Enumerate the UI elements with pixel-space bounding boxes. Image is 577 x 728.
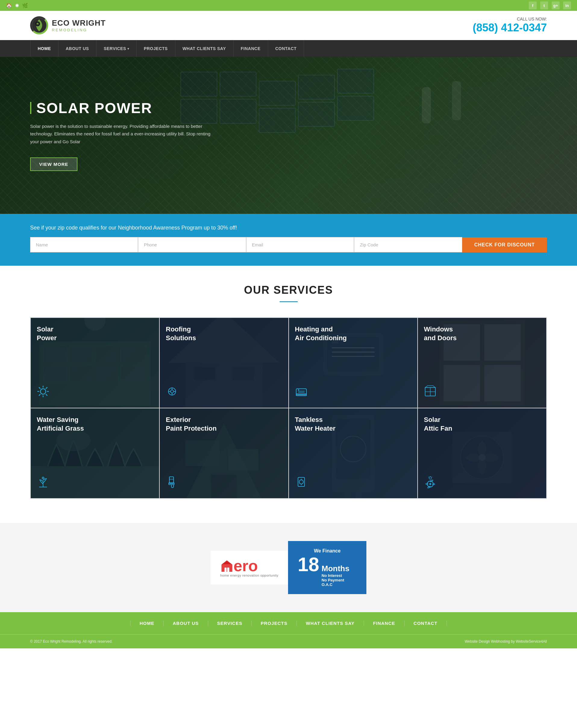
chevron-down-icon: ▾	[128, 47, 129, 50]
linkedin-icon[interactable]: in	[563, 1, 571, 9]
header-right: CALL US NOW: (858) 412-0347	[473, 17, 547, 34]
svg-point-98	[429, 483, 431, 485]
svg-rect-15	[452, 81, 461, 120]
service-name-water-heater: TanklessWater Heater	[295, 416, 411, 433]
service-card-grass[interactable]: Water SavingArtificial Grass	[30, 408, 159, 498]
email-input[interactable]	[246, 237, 354, 253]
service-name-roofing: RoofingSolutions	[166, 325, 282, 342]
attic-fan-service-icon	[424, 475, 540, 491]
services-grid: SolarPower	[30, 317, 547, 499]
svg-rect-104	[224, 568, 226, 572]
check-discount-button[interactable]: CHECK FOR DISCOUNT	[462, 237, 547, 253]
footer-nav-home[interactable]: HOME	[130, 621, 164, 626]
service-card-hvac[interactable]: Heating andAir Conditioning	[288, 317, 418, 408]
leaf-icon[interactable]: 🌿	[22, 3, 28, 8]
top-bar-right: f t g+ in	[529, 1, 571, 9]
phone-input[interactable]	[138, 237, 246, 253]
service-content-hvac: Heating andAir Conditioning	[289, 318, 417, 408]
svg-rect-8	[220, 99, 256, 123]
logo-sub: REMODELING	[52, 28, 106, 32]
hero-wordmark: ero	[233, 558, 258, 574]
svg-rect-105	[227, 568, 229, 572]
svg-rect-5	[220, 72, 256, 96]
service-card-solar[interactable]: SolarPower	[30, 317, 159, 408]
nav-item-home[interactable]: HOME	[30, 40, 58, 57]
we-finance-label: We Finance	[298, 548, 357, 554]
service-card-attic-fan[interactable]: SolarAttic Fan	[418, 408, 547, 498]
svg-point-72	[42, 477, 44, 479]
service-card-roofing[interactable]: RoofingSolutions	[159, 317, 288, 408]
footer-nav-contact[interactable]: CONTACT	[405, 621, 447, 626]
nav-item-finance[interactable]: FINANCE	[233, 40, 268, 57]
main-nav: HOME ABOUT US SERVICES ▾ PROJECTS WHAT C…	[0, 40, 577, 57]
water-heater-service-icon	[295, 475, 411, 491]
nav-item-clients[interactable]: WHAT CLIENTS SAY	[175, 40, 233, 57]
svg-line-34	[46, 387, 47, 389]
service-card-windows[interactable]: Windowsand Doors	[418, 317, 547, 408]
service-content-windows: Windowsand Doors	[418, 318, 546, 408]
zip-input[interactable]	[354, 237, 462, 253]
service-name-windows: Windowsand Doors	[424, 325, 540, 342]
googleplus-icon[interactable]: g+	[552, 1, 559, 9]
hero-logo: ero home energy renovation opportunity	[211, 551, 288, 584]
hero-house-icon	[220, 559, 233, 572]
phone-number[interactable]: (858) 412-0347	[473, 21, 547, 34]
footer-nav-projects[interactable]: PROJECTS	[252, 621, 297, 626]
no-interest: No Interest	[322, 573, 349, 578]
paint-service-icon	[166, 475, 282, 491]
footer-nav-clients[interactable]: WHAT CLIENTS SAY	[297, 621, 364, 626]
nav-item-contact[interactable]: CONTACT	[268, 40, 304, 57]
svg-line-33	[46, 394, 47, 396]
copyright: © 2017 Eco Wright Remodeling. All rights…	[30, 639, 112, 644]
facebook-icon[interactable]: f	[529, 1, 537, 9]
oac: O.A.C	[322, 582, 349, 587]
svg-line-102	[429, 477, 429, 477]
footer-nav-about[interactable]: ABOUT US	[164, 621, 208, 626]
hero-title: SOLAR POWER	[36, 100, 152, 116]
service-name-paint: ExteriorPaint Protection	[166, 416, 282, 433]
top-bar: 🏠 ✺ 🌿 f t g+ in	[0, 0, 577, 11]
service-content-solar: SolarPower	[31, 318, 159, 408]
service-card-paint[interactable]: ExteriorPaint Protection	[159, 408, 288, 498]
footer-bottom: © 2017 Eco Wright Remodeling. All rights…	[0, 634, 577, 648]
hero-tagline: home energy renovation opportunity	[220, 574, 278, 577]
service-content-roofing: RoofingSolutions	[160, 318, 288, 408]
footer-nav-services[interactable]: SERVICES	[208, 621, 252, 626]
service-name-attic-fan: SolarAttic Fan	[424, 416, 540, 433]
nav-item-about[interactable]: ABOUT US	[58, 40, 97, 57]
website-credit: Website Design Webhosting by WebsiteServ…	[465, 639, 547, 644]
nav-item-projects[interactable]: PROJECTS	[137, 40, 175, 57]
hero-brand: ero	[220, 558, 258, 574]
finance-banner: ero home energy renovation opportunity W…	[211, 541, 366, 594]
hvac-service-icon	[295, 385, 411, 400]
service-content-water-heater: TanklessWater Heater	[289, 408, 417, 498]
svg-point-42	[170, 390, 173, 393]
svg-rect-10	[298, 75, 334, 99]
view-more-button[interactable]: VIEW MORE	[30, 157, 77, 171]
header: ECO WRIGHT REMODELING CALL US NOW: (858)…	[0, 11, 577, 40]
home-icon[interactable]: 🏠	[6, 3, 12, 8]
twitter-icon[interactable]: t	[540, 1, 548, 9]
yelp-icon[interactable]: ✺	[15, 3, 19, 8]
grass-service-icon	[37, 475, 153, 491]
months-row: 18 Months No Interest No Payment O.A.C	[298, 555, 357, 587]
service-card-water-heater[interactable]: TanklessWater Heater	[288, 408, 418, 498]
hero-section: SOLAR POWER Solar power is the solution …	[0, 57, 577, 214]
service-content-attic-fan: SolarAttic Fan	[418, 408, 546, 498]
top-bar-left: 🏠 ✺ 🌿	[6, 3, 28, 8]
svg-rect-11	[337, 69, 374, 93]
service-name-grass: Water SavingArtificial Grass	[37, 416, 153, 433]
nav-item-services[interactable]: SERVICES ▾	[97, 40, 137, 57]
footer-nav-finance[interactable]: FINANCE	[364, 621, 405, 626]
discount-section: See if your zip code qualifies for our N…	[0, 214, 577, 266]
svg-line-35	[39, 394, 40, 396]
svg-rect-9	[259, 108, 295, 132]
logo[interactable]: ECO WRIGHT REMODELING	[30, 16, 106, 34]
finance-section: ero home energy renovation opportunity W…	[0, 523, 577, 612]
windows-service-icon	[424, 385, 540, 400]
svg-point-27	[40, 389, 46, 394]
hero-content: SOLAR POWER Solar power is the solution …	[30, 100, 211, 171]
name-input[interactable]	[30, 237, 138, 253]
solar-service-icon	[37, 385, 153, 400]
service-content-paint: ExteriorPaint Protection	[160, 408, 288, 498]
